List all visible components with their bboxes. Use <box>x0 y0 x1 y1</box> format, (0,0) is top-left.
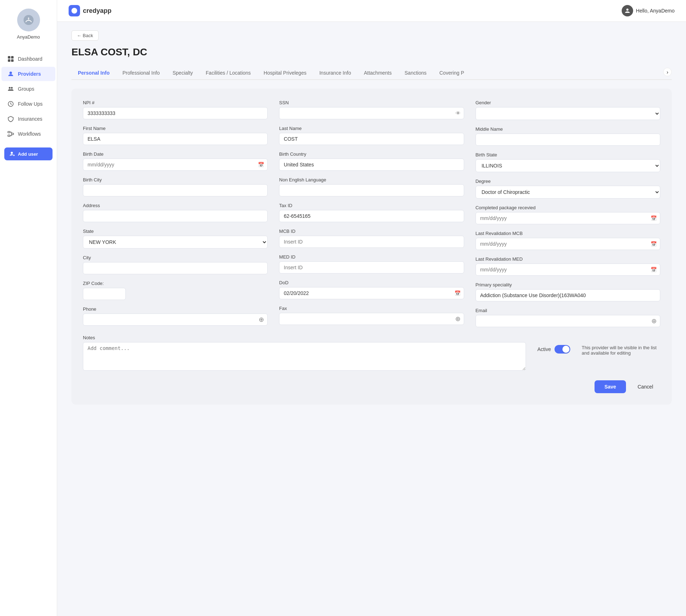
last-name-label: Last Name <box>279 126 464 131</box>
email-add-button[interactable]: ⊕ <box>651 317 657 325</box>
revalidation-mcb-calendar-icon[interactable]: 📅 <box>651 241 657 247</box>
birth-city-input[interactable] <box>83 184 268 196</box>
fax-add-button[interactable]: ⊕ <box>455 315 461 323</box>
fax-input[interactable] <box>279 313 464 325</box>
save-button[interactable]: Save <box>595 380 626 393</box>
ssn-group: SSN 👁 <box>279 100 464 119</box>
dod-input[interactable] <box>279 287 464 299</box>
sidebar-item-followups[interactable]: Follow Ups <box>1 97 55 111</box>
tax-id-input[interactable] <box>279 210 464 222</box>
zip-input[interactable] <box>83 288 126 300</box>
gender-select[interactable]: Male Female Other <box>476 107 660 120</box>
active-toggle[interactable] <box>555 345 570 354</box>
sidebar-item-label-workflows: Workflows <box>18 131 41 137</box>
phone-group: Phone ⊕ <box>83 306 268 326</box>
tab-specialty[interactable]: Specialty <box>166 66 199 80</box>
tab-facilities-locations[interactable]: Facilities / Locations <box>199 66 257 80</box>
first-name-input[interactable] <box>83 133 268 145</box>
address-input[interactable] <box>83 210 268 222</box>
tab-professional-info[interactable]: Professional Info <box>116 66 166 80</box>
state-group: State NEW YORK ILLINOIS CALIFORNIA TEXAS <box>83 229 268 249</box>
birth-date-input[interactable] <box>83 159 268 171</box>
main-content: credyapp Hello, AnyaDemo ← Back ELSA COS… <box>57 0 686 616</box>
sidebar-item-insurances[interactable]: Insurances <box>1 112 55 126</box>
email-input[interactable] <box>476 315 660 327</box>
revalidation-med-calendar-icon[interactable]: 📅 <box>651 267 657 272</box>
notes-textarea[interactable] <box>83 342 526 371</box>
non-english-group: Non English Language <box>279 177 464 196</box>
last-name-input[interactable] <box>279 133 464 145</box>
non-english-input[interactable] <box>279 184 464 196</box>
tab-covering-p[interactable]: Covering P <box>433 66 471 80</box>
tabs-bar: Personal Info Professional Info Specialt… <box>71 66 672 80</box>
user-avatar-icon <box>622 5 633 16</box>
tax-id-group: Tax ID <box>279 203 464 222</box>
tab-personal-info[interactable]: Personal Info <box>71 66 116 80</box>
eye-icon[interactable]: 👁 <box>456 110 461 116</box>
active-section: Active <box>537 335 570 354</box>
birth-state-label: Birth State <box>476 152 660 157</box>
col-1: NPI # First Name Birth Date 📅 <box>83 100 268 334</box>
address-label: Address <box>83 203 268 208</box>
npi-input[interactable] <box>83 107 268 119</box>
mcb-id-input[interactable] <box>279 236 464 248</box>
last-revalidation-mcb-input[interactable] <box>476 238 660 250</box>
npi-group: NPI # <box>83 100 268 119</box>
sidebar: AnyaDemo Dashboard <box>0 0 57 616</box>
page-title: ELSA COST, DC <box>71 46 672 58</box>
birth-country-input[interactable] <box>279 159 464 171</box>
add-user-label: Add user <box>18 151 38 157</box>
birth-state-select[interactable]: ILLINOIS NEW YORK CALIFORNIA TEXAS <box>476 159 660 172</box>
degree-label: Degree <box>476 179 660 184</box>
svg-rect-1 <box>8 56 10 59</box>
degree-select[interactable]: Doctor of Chiropractic MD DO DDS <box>476 186 660 199</box>
dod-label: DoD <box>279 280 464 285</box>
completed-package-label: Completed package recevied <box>476 205 660 210</box>
cancel-button[interactable]: Cancel <box>630 380 660 393</box>
primary-speciality-group: Primary speciality <box>476 282 660 301</box>
state-select[interactable]: NEW YORK ILLINOIS CALIFORNIA TEXAS <box>83 236 268 249</box>
phone-input[interactable] <box>83 314 268 326</box>
topbar-user: Hello, AnyaDemo <box>622 5 675 16</box>
sidebar-item-workflows[interactable]: Workflows <box>1 127 55 141</box>
completed-package-input[interactable] <box>476 212 660 224</box>
tab-insurance-info[interactable]: Insurance Info <box>313 66 358 80</box>
ssn-label: SSN <box>279 100 464 105</box>
ssn-input[interactable] <box>279 107 464 119</box>
svg-rect-10 <box>11 133 14 135</box>
degree-group: Degree Doctor of Chiropractic MD DO DDS <box>476 179 660 199</box>
npi-label: NPI # <box>83 100 268 105</box>
svg-point-14 <box>626 9 628 11</box>
tab-sanctions[interactable]: Sanctions <box>398 66 433 80</box>
phone-label: Phone <box>83 306 268 312</box>
providers-icon <box>7 70 14 77</box>
gender-label: Gender <box>476 100 660 105</box>
city-input[interactable] <box>83 262 268 274</box>
med-id-input[interactable] <box>279 261 464 274</box>
completed-pkg-calendar-icon[interactable]: 📅 <box>651 215 657 221</box>
birth-date-label: Birth Date <box>83 151 268 157</box>
first-name-label: First Name <box>83 126 268 131</box>
tab-hospital-priveleges[interactable]: Hospital Priveleges <box>257 66 313 80</box>
logo-icon <box>69 5 80 16</box>
back-button[interactable]: ← Back <box>71 30 99 41</box>
active-info: This provider will be visible in the lis… <box>582 335 660 356</box>
phone-add-button[interactable]: ⊕ <box>259 316 264 324</box>
tab-attachments[interactable]: Attachments <box>357 66 398 80</box>
svg-rect-11 <box>8 135 10 136</box>
primary-speciality-input[interactable] <box>476 289 660 301</box>
calendar-icon[interactable]: 📅 <box>258 162 264 167</box>
svg-point-5 <box>10 72 12 74</box>
sidebar-item-dashboard[interactable]: Dashboard <box>1 52 55 66</box>
birth-city-label: Birth City <box>83 177 268 182</box>
form-grid: NPI # First Name Birth Date 📅 <box>83 100 660 334</box>
middle-name-input[interactable] <box>476 134 660 146</box>
dod-calendar-icon[interactable]: 📅 <box>454 290 461 296</box>
sidebar-username: AnyaDemo <box>17 34 40 40</box>
sidebar-item-providers[interactable]: Providers <box>1 67 55 81</box>
add-user-button[interactable]: Add user <box>4 147 53 160</box>
sidebar-item-groups[interactable]: Groups <box>1 82 55 96</box>
tabs-next-arrow[interactable]: › <box>663 68 672 76</box>
first-name-group: First Name <box>83 126 268 145</box>
last-revalidation-med-input[interactable] <box>476 264 660 276</box>
